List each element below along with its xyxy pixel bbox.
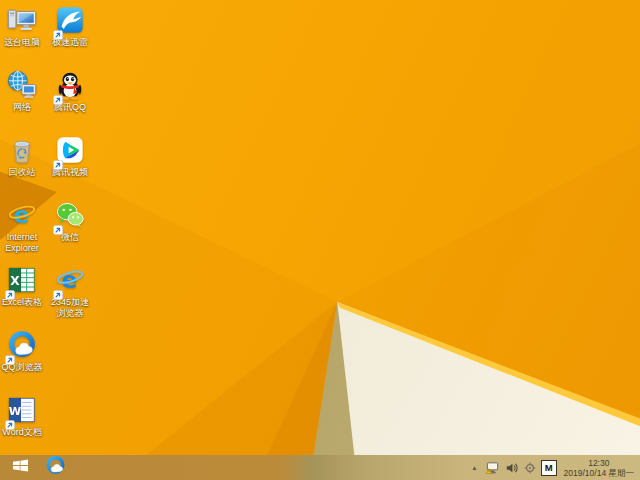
- desktop-icon-network[interactable]: 网络: [0, 70, 44, 113]
- desktop-icon-qq-browser[interactable]: QQ浏览器: [0, 330, 44, 373]
- clock-date: 2019/10/14 星期一: [564, 468, 634, 478]
- ie-icon: e: [7, 200, 37, 230]
- desktop-icon-word[interactable]: WWord文档: [0, 395, 44, 438]
- wechat-icon: [55, 200, 85, 230]
- qq-browser-icon: [7, 330, 37, 360]
- taskbar-clock[interactable]: 12:30 2019/10/14 星期一: [562, 458, 636, 478]
- shortcut-arrow-icon: [5, 286, 15, 296]
- taskbar-qq-browser-button[interactable]: [43, 456, 67, 480]
- shortcut-arrow-icon: [53, 286, 63, 296]
- qq-penguin-icon: [55, 70, 85, 100]
- show-hidden-icons-chevron[interactable]: ▲: [469, 464, 479, 471]
- shortcut-arrow-icon: [53, 156, 63, 166]
- desktop-icon-label: 网络: [0, 102, 44, 113]
- clock-time: 12:30: [588, 458, 609, 468]
- taskbar: ▲: [0, 455, 640, 480]
- desktop-icon-grid: 这台电脑极速迅雷网络腾讯QQ回收站腾讯视频eInternet Explorer微…: [0, 0, 640, 480]
- this-pc-icon: [7, 5, 37, 35]
- word-icon: W: [7, 395, 37, 425]
- desktop-icon-internet-explorer[interactable]: eInternet Explorer: [0, 200, 44, 253]
- system-tray: ▲: [469, 455, 640, 480]
- ime-mode-indicator[interactable]: M: [541, 460, 557, 476]
- desktop-icon-tencent-video[interactable]: 腾讯视频: [48, 135, 92, 178]
- desktop-icon-recycle-bin[interactable]: 回收站: [0, 135, 44, 178]
- xunlei-icon: [55, 5, 85, 35]
- tencent-video-icon: [55, 135, 85, 165]
- desktop-icon-label: 这台电脑: [0, 37, 44, 48]
- desktop: 这台电脑极速迅雷网络腾讯QQ回收站腾讯视频eInternet Explorer微…: [0, 0, 640, 480]
- start-button[interactable]: [9, 455, 31, 480]
- desktop-icon-excel[interactable]: XExcel表格: [0, 265, 44, 308]
- desktop-icon-label: 2345加速浏览器: [48, 297, 92, 318]
- shortcut-arrow-icon: [53, 91, 63, 101]
- shortcut-arrow-icon: [53, 26, 63, 36]
- desktop-icon-xunlei[interactable]: 极速迅雷: [48, 5, 92, 48]
- qq-browser-icon: [45, 455, 66, 480]
- desktop-icon-wechat[interactable]: 微信: [48, 200, 92, 243]
- browser-2345-icon: e: [55, 265, 85, 295]
- target-icon[interactable]: [524, 462, 536, 474]
- recycle-bin-icon: [7, 135, 37, 165]
- desktop-icon-browser-2345[interactable]: e2345加速浏览器: [48, 265, 92, 318]
- shortcut-arrow-icon: [5, 416, 15, 426]
- desktop-icon-label: Internet Explorer: [0, 232, 44, 253]
- desktop-icon-this-pc[interactable]: 这台电脑: [0, 5, 44, 48]
- network-status-warning-icon[interactable]: [485, 460, 500, 475]
- volume-icon[interactable]: [505, 461, 519, 475]
- excel-icon: X: [7, 265, 37, 295]
- shortcut-arrow-icon: [5, 351, 15, 361]
- network-icon: [7, 70, 37, 100]
- windows-logo-icon: [12, 458, 29, 477]
- shortcut-arrow-icon: [53, 221, 63, 231]
- desktop-icon-tencent-qq[interactable]: 腾讯QQ: [48, 70, 92, 113]
- desktop-icon-label: 回收站: [0, 167, 44, 178]
